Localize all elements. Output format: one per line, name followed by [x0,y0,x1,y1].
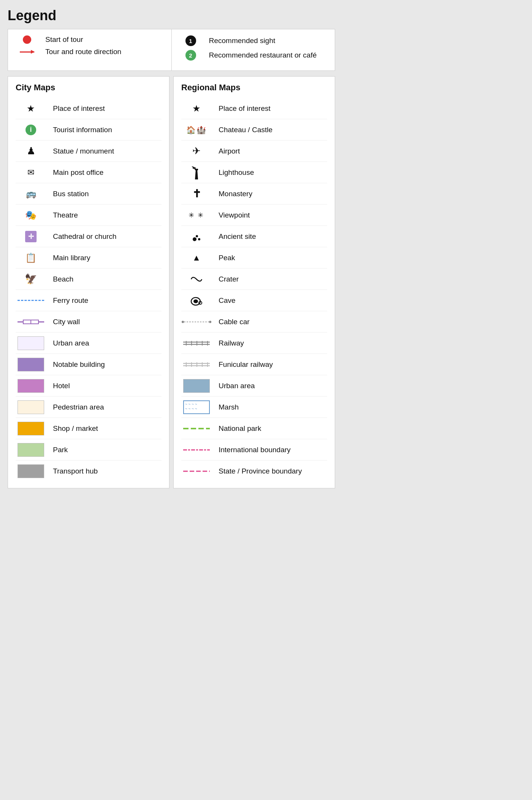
list-item: ✝ Monastery [181,183,327,205]
place-of-interest-regional-icon: ★ [181,103,212,114]
list-item: Cable car [181,311,327,333]
bus-station-label: Bus station [53,190,89,198]
urban-area-regional-icon [181,379,212,393]
bus-station-icon: 🚌 [16,189,46,199]
list-item: Urban area [181,375,327,397]
railway-icon [181,340,212,347]
list-item: Hotel [16,375,161,397]
notable-building-icon [16,358,46,371]
peak-label: Peak [219,254,235,262]
list-item: Notable building [16,354,161,375]
railway-label: Railway [219,339,244,347]
list-item: ~ ~ ~ ~ ~ ~ ~ ~ Marsh [181,397,327,418]
restaurant-number-badge: 2 [185,50,196,61]
library-icon: 📋 [16,253,46,263]
svg-text:~ ~ ~ ~: ~ ~ ~ ~ [185,402,197,406]
svg-point-16 [209,321,211,323]
cable-car-icon [181,318,212,325]
funicular-railway-label: Funicular railway [219,360,273,369]
list-item: 📋 Main library [16,247,161,269]
recommended-sight-icon: 1 [179,35,202,46]
park-icon [16,443,46,457]
bottom-section: City Maps ★ Place of interest i Tourist … [8,76,335,488]
peak-icon: ▲ [181,253,212,263]
hotel-icon [16,379,46,393]
list-item: ✛ Cathedral or church [16,226,161,247]
list-item: ♟ Statue / monument [16,141,161,162]
list-item: ▲ Peak [181,247,327,269]
cave-icon [181,295,212,306]
cave-label: Cave [219,296,235,305]
pedestrian-area-icon [16,400,46,414]
svg-point-14 [182,321,184,323]
cathedral-icon: ✛ [16,231,46,242]
list-item: 🏠🏰 Chateau / Castle [181,119,327,141]
cable-car-label: Cable car [219,318,249,326]
list-item: Crater [181,269,327,290]
monastery-label: Monastery [219,190,252,198]
regional-maps-title: Regional Maps [181,83,327,93]
beach-label: Beach [53,275,73,283]
svg-text:~ ~ ~ ~: ~ ~ ~ ~ [185,407,197,411]
recommended-restaurant-row: 2 Recommended restaurant or café [179,50,328,61]
marsh-label: Marsh [219,403,239,411]
viewpoint-label: Viewpoint [219,211,250,219]
list-item: City wall [16,311,161,333]
top-right-panel: 1 Recommended sight 2 Recommended restau… [172,29,335,70]
list-item: Park [16,439,161,461]
ferry-route-label: Ferry route [53,296,88,305]
city-wall-label: City wall [53,318,80,326]
shop-market-icon [16,422,46,435]
top-section: Start of tour Tour and route direction 1… [8,29,335,71]
city-wall-icon [16,318,46,325]
transport-hub-label: Transport hub [53,467,98,475]
national-park-icon [181,427,212,430]
list-item: i Tourist information [16,119,161,141]
tour-direction-label: Tour and route direction [45,48,121,56]
pedestrian-area-label: Pedestrian area [53,403,104,411]
international-boundary-label: International boundary [219,446,291,454]
post-office-label: Main post office [53,168,104,177]
list-item: State / Province boundary [181,461,327,482]
list-item: Ferry route [16,290,161,311]
list-item: Pedestrian area [16,397,161,418]
city-maps-column: City Maps ★ Place of interest i Tourist … [8,76,169,488]
list-item: 🚌 Bus station [16,183,161,205]
hotel-label: Hotel [53,382,70,390]
marsh-icon: ~ ~ ~ ~ ~ ~ ~ ~ [181,400,212,414]
crater-label: Crater [219,275,239,283]
recommended-sight-row: 1 Recommended sight [179,35,328,46]
place-of-interest-regional-label: Place of interest [219,104,270,113]
state-boundary-icon [181,469,212,473]
statue-icon: ♟ [16,145,46,157]
tour-direction-icon [16,51,38,53]
list-item: Funicular railway [181,354,327,375]
list-item: ✳ ✳ Viewpoint [181,205,327,226]
castle-label: Chateau / Castle [219,126,273,134]
viewpoint-icon: ✳ ✳ [181,211,212,219]
tourist-info-icon: i [16,125,46,135]
urban-area-icon [16,336,46,350]
funicular-railway-icon [181,361,212,368]
page-title: Legend [8,8,335,24]
list-item: ★ Place of interest [181,98,327,119]
list-item: ✈ Airport [181,141,327,162]
crater-icon [181,274,212,285]
start-of-tour-label: Start of tour [45,35,83,44]
recommended-restaurant-icon: 2 [179,50,202,61]
list-item: National park [181,418,327,439]
airport-label: Airport [219,147,240,155]
list-item: International boundary [181,439,327,461]
list-item: 🎭 Theatre [16,205,161,226]
svg-point-12 [193,299,198,303]
cathedral-label: Cathedral or church [53,232,117,241]
list-item: ✉ Main post office [16,162,161,183]
post-office-icon: ✉ [16,168,46,178]
city-maps-title: City Maps [16,83,161,93]
sight-number-badge: 1 [185,35,196,46]
list-item: ★ Place of interest [16,98,161,119]
state-boundary-label: State / Province boundary [219,467,302,475]
notable-building-label: Notable building [53,360,105,369]
lighthouse-icon [181,166,212,179]
start-of-tour-row: Start of tour [16,35,164,44]
